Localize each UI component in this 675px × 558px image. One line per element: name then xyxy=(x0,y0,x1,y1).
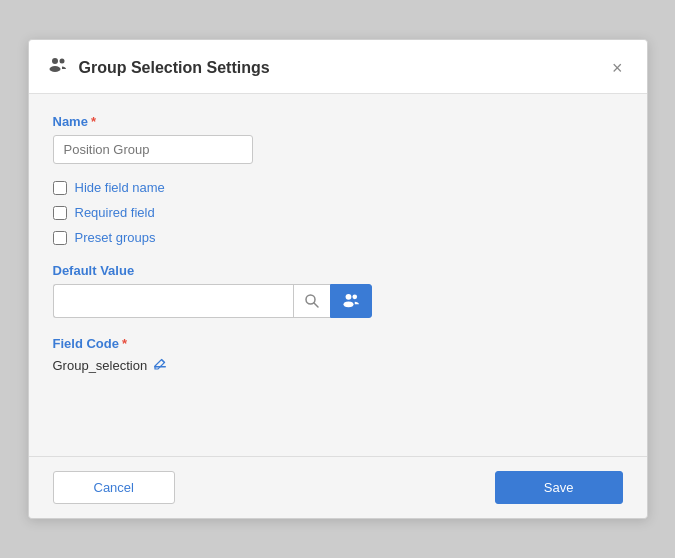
search-row xyxy=(53,284,623,318)
save-button[interactable]: Save xyxy=(495,471,623,504)
edit-icon[interactable] xyxy=(153,357,167,374)
group-selection-dialog: Group Selection Settings × Name * Hide f… xyxy=(28,39,648,519)
close-button[interactable]: × xyxy=(606,57,629,79)
dialog-title: Group Selection Settings xyxy=(79,59,270,77)
hide-field-name-label: Hide field name xyxy=(75,180,165,195)
name-input[interactable] xyxy=(53,135,253,164)
hide-field-name-checkbox[interactable] xyxy=(53,181,67,195)
field-code-text: Group_selection xyxy=(53,358,148,373)
search-button[interactable] xyxy=(293,284,330,318)
field-code-required-star: * xyxy=(122,336,127,351)
checkbox-group: Hide field name Required field Preset gr… xyxy=(53,180,623,245)
svg-point-7 xyxy=(343,301,353,307)
name-field-group: Name * xyxy=(53,114,623,164)
required-field-checkbox-item[interactable]: Required field xyxy=(53,205,623,220)
cancel-button[interactable]: Cancel xyxy=(53,471,175,504)
name-label: Name * xyxy=(53,114,623,129)
svg-point-6 xyxy=(352,295,357,300)
svg-point-0 xyxy=(52,58,58,64)
required-star: * xyxy=(91,114,96,129)
hide-field-name-checkbox-item[interactable]: Hide field name xyxy=(53,180,623,195)
preset-groups-label: Preset groups xyxy=(75,230,156,245)
field-code-value-row: Group_selection xyxy=(53,357,623,374)
default-value-section: Default Value xyxy=(53,263,623,318)
preset-groups-checkbox-item[interactable]: Preset groups xyxy=(53,230,623,245)
svg-point-5 xyxy=(345,294,351,300)
required-field-checkbox[interactable] xyxy=(53,206,67,220)
default-value-input[interactable] xyxy=(53,284,293,318)
dialog-body: Name * Hide field name Required field Pr… xyxy=(29,94,647,456)
dialog-footer: Cancel Save xyxy=(29,457,647,518)
dialog-title-area: Group Selection Settings xyxy=(47,54,270,81)
field-code-label: Field Code * xyxy=(53,336,623,351)
field-code-section: Field Code * Group_selection xyxy=(53,336,623,374)
svg-point-2 xyxy=(49,66,60,72)
svg-point-1 xyxy=(59,59,64,64)
required-field-label: Required field xyxy=(75,205,155,220)
preset-groups-checkbox[interactable] xyxy=(53,231,67,245)
default-value-label: Default Value xyxy=(53,263,623,278)
group-icon xyxy=(47,54,69,81)
group-selector-button[interactable] xyxy=(330,284,372,318)
dialog-header: Group Selection Settings × xyxy=(29,40,647,94)
svg-line-4 xyxy=(314,303,318,307)
